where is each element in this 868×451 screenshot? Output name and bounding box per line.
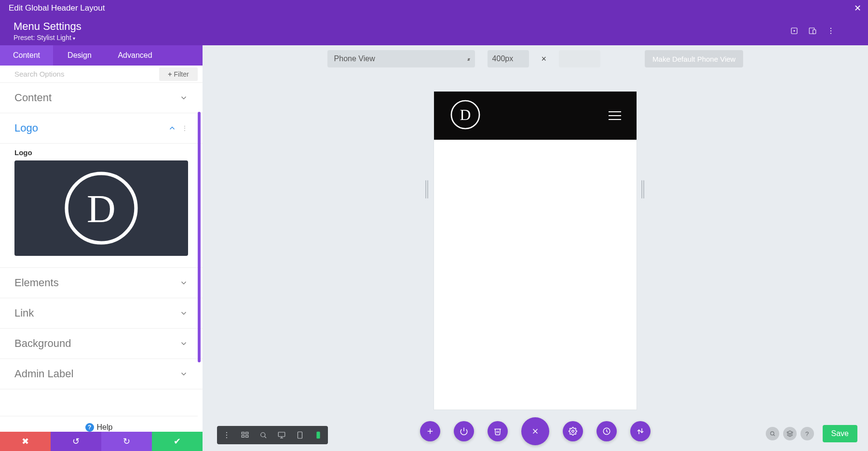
help-icon: ? [85,423,94,432]
section-background-toggle[interactable]: Background [0,329,203,359]
discard-button[interactable]: ✖ [0,432,51,451]
svg-rect-20 [278,432,285,437]
svg-rect-17 [246,436,248,438]
section-admin-label-toggle[interactable]: Admin Label [0,359,203,389]
svg-text:D: D [87,186,116,231]
confirm-button[interactable]: ✔ [152,432,203,451]
zoom-view-icon[interactable] [258,430,268,440]
portability-button[interactable] [630,421,651,441]
responsive-toolbar [217,426,328,444]
phone-view-icon[interactable] [313,430,323,440]
hamburger-menu-icon[interactable] [609,111,621,120]
select-chevron-icon: ▴▾ [467,56,468,62]
page-settings-button[interactable] [563,421,583,441]
delete-button[interactable] [488,421,508,441]
top-bar: Edit Global Header Layout ✕ [0,0,868,16]
search-input[interactable]: Search Options [14,70,64,78]
logo-field-label: Logo [14,148,188,157]
settings-sidebar: Content Design Advanced Search Options F… [0,45,203,451]
redo-button[interactable]: ↻ [101,432,152,451]
svg-line-19 [265,437,266,438]
section-menu-icon[interactable]: ⋮ [181,124,188,132]
logo-preview[interactable]: D [14,160,188,256]
chevron-down-icon [179,279,188,287]
svg-line-35 [773,435,775,436]
svg-point-30 [572,430,574,433]
view-selector[interactable]: Phone View ▴▾ [327,50,475,67]
desktop-view-icon[interactable] [277,430,286,440]
section-elements-toggle[interactable]: Elements [0,268,203,298]
tablet-view-icon[interactable] [295,430,305,440]
svg-point-18 [261,433,265,437]
section-link-toggle[interactable]: Link [0,298,203,329]
add-button[interactable] [420,421,440,441]
layers-tool-icon[interactable] [783,427,797,440]
resize-handle-right[interactable] [641,180,644,199]
chevron-down-icon [179,93,188,102]
svg-rect-14 [242,432,244,434]
width-input[interactable]: 400px [488,50,529,67]
page-actions-toolbar [420,417,651,445]
panel-title: Menu Settings [14,20,81,33]
close-button[interactable]: ✕ [854,3,861,13]
chevron-down-icon [179,370,188,378]
section-content-toggle[interactable]: Content [0,83,203,113]
toolbar-menu-icon[interactable] [222,430,231,440]
times-icon: × [542,54,547,64]
wireframe-view-icon[interactable] [240,430,250,440]
height-input[interactable] [559,50,600,67]
power-button[interactable] [454,421,474,441]
help-tool-icon[interactable]: ? [800,427,814,440]
svg-point-13 [226,437,227,438]
history-button[interactable] [597,421,617,441]
filter-button[interactable]: Filter [159,67,198,81]
search-tool-icon[interactable] [766,427,779,440]
svg-rect-16 [242,436,244,438]
chevron-up-icon [168,124,176,133]
svg-point-12 [226,435,227,436]
preset-selector[interactable]: Preset: Stylist Light [14,34,81,41]
corner-tools: ? Save [766,425,857,442]
preview-canvas: Phone View ▴▾ 400px × Make Default Phone… [203,16,868,451]
save-button[interactable]: Save [823,425,857,442]
preview-logo: D [449,99,481,133]
svg-point-34 [770,432,773,435]
svg-marker-36 [787,431,793,434]
logo-section-body: Logo D [0,144,203,268]
svg-rect-24 [317,432,320,438]
undo-button[interactable]: ↺ [51,432,101,451]
window-title: Edit Global Header Layout [9,3,105,13]
svg-text:D: D [460,106,471,123]
tab-design[interactable]: Design [53,45,106,66]
close-settings-button[interactable] [521,417,549,445]
svg-rect-15 [246,432,248,434]
phone-preview: D [434,92,637,410]
tab-content[interactable]: Content [0,45,53,66]
resize-handle-left[interactable] [425,180,428,199]
svg-rect-23 [298,432,302,438]
settings-panel: Content Logo ⋮ Logo D Elements Link Back… [0,83,203,451]
chevron-down-icon [179,339,188,348]
scrollbar-thumb[interactable] [198,112,201,362]
chevron-down-icon [179,309,188,318]
preview-header: D [434,92,637,140]
svg-point-11 [226,432,227,433]
section-logo-toggle[interactable]: Logo ⋮ [0,113,203,144]
help-link[interactable]: ? Help [0,416,198,432]
make-default-button[interactable]: Make Default Phone View [645,50,743,67]
tab-advanced[interactable]: Advanced [106,45,164,66]
